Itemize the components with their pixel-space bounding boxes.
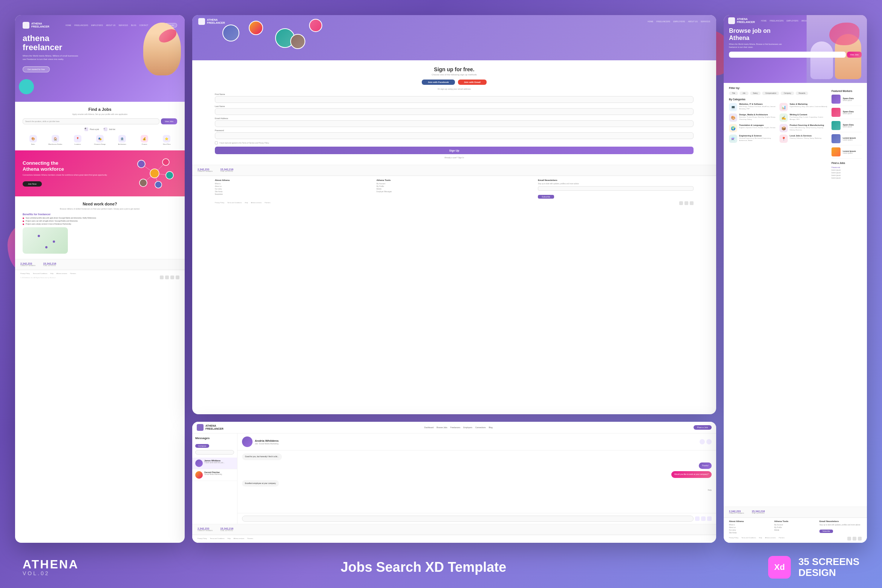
- browse-search-button[interactable]: View Jobs: [847, 52, 862, 58]
- mn-blog[interactable]: Blog: [489, 426, 493, 429]
- featured-item-2[interactable]: Spare Data lorem ipsum: [831, 108, 862, 119]
- chat-input[interactable]: [242, 516, 694, 522]
- mn-employers[interactable]: Employers: [463, 426, 472, 429]
- job-list-action[interactable]: ≡ Job list: [104, 127, 115, 131]
- cat-local[interactable]: 📍 Local Jobs & Services Cleaning, Delive…: [779, 135, 828, 143]
- footer-privacy[interactable]: Privacy Policy: [20, 273, 30, 274]
- password-input[interactable]: [215, 132, 694, 139]
- footer-about-us[interactable]: About us: [215, 185, 371, 187]
- email-input[interactable]: [215, 120, 694, 127]
- nav-services[interactable]: SERVICES: [118, 24, 128, 26]
- footer-terms[interactable]: Terms and Conditions: [33, 273, 47, 274]
- emoji-icon[interactable]: [701, 516, 706, 521]
- nav-home[interactable]: HOME: [66, 24, 71, 26]
- job-search-button[interactable]: View Jobs: [161, 118, 177, 124]
- footer-site[interactable]: Site Areas: [215, 191, 371, 193]
- mn-connections[interactable]: Connections: [475, 426, 486, 429]
- nav-about[interactable]: ABOUT US: [106, 24, 115, 26]
- fj-link-2[interactable]: lorem ipsum: [831, 169, 862, 171]
- mn-freelancers[interactable]: Freelancers: [450, 426, 460, 429]
- bf-privacy[interactable]: Privacy Policy: [729, 537, 738, 539]
- nav-blog[interactable]: BLOG: [131, 24, 136, 26]
- filter-compensation[interactable]: Compensation: [762, 92, 779, 95]
- bf-account[interactable]: My Account: [774, 524, 816, 526]
- bf-profile[interactable]: My Profile: [774, 527, 816, 528]
- chat-action-icon-1[interactable]: [700, 439, 705, 444]
- message-search-input[interactable]: [195, 450, 234, 455]
- mf-help[interactable]: Help: [228, 537, 231, 539]
- footer-my-account[interactable]: My Account: [377, 183, 532, 185]
- category-finance[interactable]: 💰 Finance: [134, 135, 155, 145]
- filter-job[interactable]: Job: [740, 92, 748, 95]
- footer-partners[interactable]: Partners: [70, 273, 76, 274]
- mf-services[interactable]: Athena services: [234, 537, 244, 539]
- cat-translation[interactable]: 🌍 Translation & Languages English to Spa…: [729, 124, 777, 132]
- category-locations[interactable]: 📍 Locations: [67, 135, 88, 145]
- post-job-button[interactable]: Post a Job: [694, 425, 712, 430]
- submit-button[interactable]: Sign Up: [215, 147, 694, 154]
- first-name-input[interactable]: [215, 96, 694, 103]
- ft-partners[interactable]: Partners: [265, 202, 270, 204]
- bf-story[interactable]: Our story: [729, 529, 771, 531]
- fj-link-5[interactable]: lorem ipsum: [831, 177, 862, 179]
- mn-browse[interactable]: Browse Jobs: [436, 426, 447, 429]
- su-social-fb[interactable]: [679, 201, 683, 205]
- category-warehouses[interactable]: 🏠 Warehouses Studios: [45, 135, 66, 145]
- bf-subscribe[interactable]: Subscribe: [819, 530, 833, 533]
- featured-item-3[interactable]: Spare Data lorem ipsum: [831, 121, 862, 132]
- mn-dashboard[interactable]: Dashboard: [424, 426, 433, 429]
- cat-product[interactable]: 📦 Product Sourcing & Manufacturing Custo…: [779, 124, 828, 132]
- msg-list-item-2[interactable]: Garrett Fletcher Social Media Marketing: [192, 469, 237, 481]
- ft-services[interactable]: Athena services: [251, 202, 262, 204]
- newsletter-input[interactable]: [538, 186, 694, 191]
- cat-engineering[interactable]: ⚗️ Engineering & Science Electrical Engi…: [729, 135, 777, 143]
- mf-terms[interactable]: Terms and Conditions: [210, 537, 225, 539]
- bf-mobile[interactable]: Mobile: [774, 529, 816, 531]
- terms-checkbox[interactable]: [215, 141, 218, 144]
- compose-button[interactable]: Compose: [195, 444, 209, 448]
- bf-partners[interactable]: Partners: [779, 537, 784, 539]
- category-architecture[interactable]: 🏦 Architecture: [112, 135, 133, 145]
- attach-icon[interactable]: [695, 516, 700, 521]
- footer-athena-services[interactable]: Athena services: [57, 273, 67, 274]
- job-search-input[interactable]: Search the position, skills or job title…: [23, 118, 159, 124]
- bf-social-in[interactable]: [858, 537, 862, 541]
- footer-about-what[interactable]: What is: [215, 183, 371, 185]
- last-name-input[interactable]: [215, 108, 694, 115]
- category-sales[interactable]: 🎨 Sales: [23, 135, 43, 145]
- bn-employers[interactable]: EMPLOYERS: [787, 20, 798, 22]
- facebook-button[interactable]: Join with Facebook: [422, 80, 455, 85]
- bf-social-fb[interactable]: [847, 537, 851, 541]
- filter-title[interactable]: Title: [729, 92, 738, 95]
- google-button[interactable]: Join with Gmail: [458, 80, 487, 85]
- bn-home[interactable]: HOME: [761, 20, 767, 22]
- bf-areas[interactable]: Site Areas: [729, 532, 771, 534]
- social-tw-icon[interactable]: [165, 276, 169, 279]
- cat-writing[interactable]: ✍️ Writing & Content Proofreading, Blog,…: [779, 113, 828, 122]
- su-social-in[interactable]: [690, 201, 694, 205]
- footer-newsletter-link[interactable]: Newsletter: [215, 193, 371, 195]
- footer-story[interactable]: Our story: [215, 188, 371, 190]
- browse-search-input[interactable]: [729, 52, 846, 58]
- featured-item-5[interactable]: Lorem Ipsum Lorem ipsum: [831, 147, 862, 159]
- bf-services[interactable]: Athena services: [765, 537, 776, 539]
- category-films[interactable]: ⭐ Short Films: [156, 135, 177, 145]
- cta-button[interactable]: Get started for free: [23, 66, 50, 72]
- filter-rewards[interactable]: Rewards: [796, 92, 808, 95]
- footer-my-profile[interactable]: My Profile: [377, 185, 532, 187]
- bf-about-us[interactable]: About us: [729, 527, 771, 528]
- bf-terms[interactable]: Terms and Conditions: [741, 537, 756, 539]
- fj-link-4[interactable]: lorem ipsum: [831, 175, 862, 176]
- cat-sales[interactable]: 📊 Sales & Marketing Digital Marketing, B…: [779, 103, 828, 111]
- mf-partners[interactable]: Partners: [247, 537, 253, 539]
- fj-link-1[interactable]: Finance etc: [831, 167, 862, 168]
- nav-contact[interactable]: CONTACT: [139, 24, 149, 26]
- footer-messages[interactable]: Employer Messages: [377, 191, 532, 193]
- bf-what[interactable]: What is: [729, 524, 771, 526]
- filter-salary[interactable]: Salary: [750, 92, 761, 95]
- footer-help[interactable]: Help: [51, 273, 54, 274]
- join-now-button[interactable]: Join Now: [23, 181, 42, 187]
- filter-company[interactable]: Company: [781, 92, 794, 95]
- post-job-action[interactable]: ✚ Post a job: [84, 127, 99, 131]
- featured-item-4[interactable]: Lorem Ipsum Lorem ipsum: [831, 134, 862, 145]
